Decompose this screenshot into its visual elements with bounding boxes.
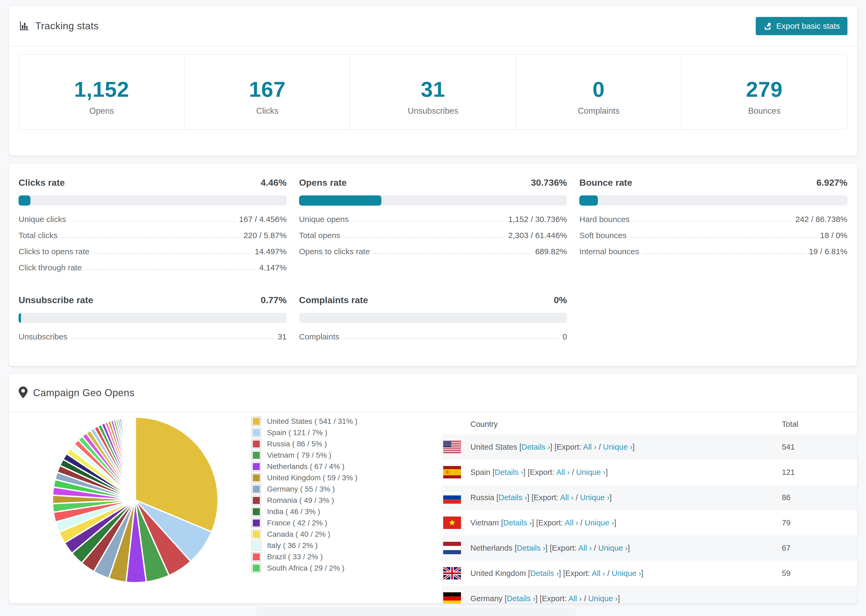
legend-item-united-states: United States ( 541 / 31% ) [252, 416, 357, 427]
us-flag-icon [441, 441, 471, 453]
bracket-close: ] [628, 544, 630, 552]
dotted-leader [85, 269, 255, 270]
legend-label: Brazil ( 33 / 2% ) [267, 553, 323, 561]
stat-label: Bounces [682, 106, 847, 116]
export-unique-link[interactable]: Unique › [612, 569, 641, 578]
legend-label: Netherlands ( 67 / 4% ) [267, 462, 345, 471]
export-unique-link[interactable]: Unique › [585, 519, 614, 527]
legend-label: India ( 46 / 3% ) [267, 508, 320, 516]
details-link[interactable]: Details › [503, 519, 532, 527]
rate-progress-track [299, 313, 567, 323]
legend-swatch [252, 496, 261, 505]
country-cell: Germany [Details ›] [Export: All › / Uni… [471, 594, 782, 603]
legend-swatch [252, 563, 261, 573]
export-all-link[interactable]: All › [578, 544, 592, 552]
export-unique-link[interactable]: Unique › [576, 468, 606, 476]
legend-label: France ( 42 / 2% ) [267, 519, 327, 527]
stat-detail-value: 14.497% [255, 247, 287, 256]
export-all-link[interactable]: All › [556, 468, 570, 476]
stat-detail-label: Unique clicks [19, 215, 66, 224]
stat-detail-value: 31 [277, 332, 287, 341]
export-all-link[interactable]: All › [583, 443, 597, 451]
link-separator: / [578, 519, 585, 527]
stat-detail-row: Click through rate4.147% [19, 263, 287, 272]
rate-block-unsubscribe-rate: Unsubscribe rate0.77%Unsubscribes31 [19, 295, 287, 348]
stat-detail-value: 220 / 5.87% [244, 231, 287, 240]
country-name: Germany [ [471, 594, 507, 603]
table-row-es: Spain [Details ›] [Export: All › / Uniqu… [441, 460, 857, 485]
rate-progress-fill [19, 195, 30, 206]
rate-head: Unsubscribe rate0.77% [19, 295, 287, 305]
rate-detail-rows: Hard bounces242 / 86.738%Soft bounces18 … [579, 215, 847, 256]
gb-flag-icon [441, 567, 471, 580]
stat-detail-row: Unsubscribes31 [19, 332, 287, 341]
below-card-shade [256, 608, 576, 616]
export-unique-link[interactable]: Unique › [598, 544, 628, 552]
export-all-link[interactable]: All › [560, 493, 574, 502]
legend-label: South Africa ( 29 / 2% ) [267, 564, 345, 572]
export-basic-stats-button[interactable]: Export basic stats [756, 17, 847, 35]
details-link[interactable]: Details › [507, 594, 535, 603]
details-link[interactable]: Details › [517, 544, 545, 552]
dotted-leader [61, 237, 239, 237]
details-link[interactable]: Details › [530, 569, 559, 578]
map-pin-icon [19, 387, 28, 399]
total-cell: 86 [782, 493, 857, 502]
legend-item-netherlands: Netherlands ( 67 / 4% ) [252, 461, 357, 472]
rate-progress-track [579, 195, 847, 206]
rate-head: Complaints rate0% [299, 295, 567, 305]
tracking-stats-card: Tracking stats Export basic stats 1,152O… [9, 6, 857, 156]
legend-label: Canada ( 40 / 2% ) [267, 530, 330, 539]
legend-swatch [252, 416, 261, 426]
stat-detail-label: Total clicks [19, 231, 58, 240]
export-button-label: Export basic stats [776, 22, 840, 31]
dotted-leader [70, 221, 235, 222]
export-unique-link[interactable]: Unique › [580, 493, 610, 502]
legend-swatch [252, 541, 261, 550]
rate-value: 4.46% [261, 178, 287, 188]
export-all-link[interactable]: All › [592, 569, 605, 578]
country-cell: Spain [Details ›] [Export: All › / Uniqu… [471, 468, 782, 477]
details-link[interactable]: Details › [499, 493, 527, 502]
legend-swatch [252, 462, 261, 471]
link-separator: / [605, 569, 612, 578]
table-row-nl: Netherlands [Details ›] [Export: All › /… [441, 535, 857, 561]
legend-swatch [252, 518, 261, 528]
country-name: Russia [ [471, 493, 499, 502]
export-unique-link[interactable]: Unique › [603, 443, 633, 451]
legend-item-india: India ( 46 / 3% ) [252, 506, 357, 517]
details-link[interactable]: Details › [521, 443, 550, 451]
stat-detail-label: Soft bounces [579, 231, 627, 240]
stat-detail-row: Soft bounces18 / 0% [579, 231, 847, 240]
rate-block-clicks-rate: Clicks rate4.46%Unique clicks167 / 4.456… [19, 178, 287, 279]
total-cell: 121 [782, 468, 857, 477]
stat-value: 0 [516, 77, 681, 102]
legend-label: Italy ( 36 / 2% ) [267, 541, 318, 550]
geo-country-table: Country Total United States [Details ›] … [441, 414, 857, 603]
stat-detail-label: Unsubscribes [19, 332, 68, 341]
rate-value: 30.736% [531, 178, 567, 188]
details-link[interactable]: Details › [494, 468, 523, 476]
stat-detail-label: Click through rate [19, 263, 82, 272]
dotted-leader [633, 221, 792, 222]
bracket-close: ] [614, 519, 616, 527]
rate-detail-rows: Unsubscribes31 [19, 332, 287, 341]
rate-title: Clicks rate [19, 178, 65, 188]
stat-detail-label: Clicks to opens rate [19, 247, 89, 256]
bracket-close: ] [618, 594, 620, 603]
legend-swatch [252, 428, 261, 438]
legend-swatch [252, 473, 261, 483]
export-unique-link[interactable]: Unique › [588, 594, 618, 603]
legend-item-italy: Italy ( 36 / 2% ) [252, 540, 357, 551]
rate-detail-rows: Unique opens1,152 / 30.736%Total opens2,… [299, 215, 567, 256]
dotted-leader [373, 253, 531, 254]
rate-title: Bounce rate [579, 178, 632, 188]
export-all-link[interactable]: All › [568, 594, 582, 603]
link-separator: / [592, 544, 598, 552]
rate-block-bounce-rate: Bounce rate6.927%Hard bounces242 / 86.73… [579, 178, 847, 279]
geo-header: Campaign Geo Opens [9, 374, 857, 413]
legend-label: Spain ( 121 / 7% ) [267, 428, 327, 437]
export-all-link[interactable]: All › [565, 519, 578, 527]
rate-progress-track [299, 195, 567, 206]
rate-head: Bounce rate6.927% [579, 178, 847, 188]
